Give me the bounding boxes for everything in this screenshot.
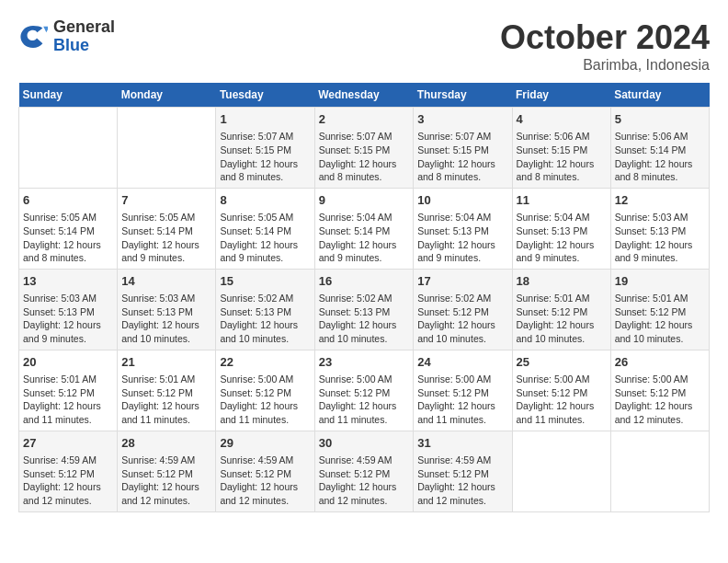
calendar-cell <box>610 431 709 511</box>
day-content: Sunrise: 5:04 AM Sunset: 5:14 PM Dayligh… <box>319 211 410 265</box>
day-content: Sunrise: 5:00 AM Sunset: 5:12 PM Dayligh… <box>220 373 310 427</box>
day-number: 18 <box>517 273 607 290</box>
day-content: Sunrise: 5:07 AM Sunset: 5:15 PM Dayligh… <box>220 130 310 184</box>
day-content: Sunrise: 4:59 AM Sunset: 5:12 PM Dayligh… <box>319 454 410 508</box>
day-number: 27 <box>23 435 113 452</box>
day-number: 31 <box>417 435 507 452</box>
day-number: 25 <box>517 354 607 371</box>
day-number: 30 <box>319 435 410 452</box>
calendar-cell: 26Sunrise: 5:00 AM Sunset: 5:12 PM Dayli… <box>610 350 709 431</box>
location: Barimba, Indonesia <box>500 57 710 74</box>
day-number: 6 <box>23 192 113 209</box>
header-tuesday: Tuesday <box>216 83 314 108</box>
header-friday: Friday <box>512 83 610 108</box>
week-row-4: 27Sunrise: 4:59 AM Sunset: 5:12 PM Dayli… <box>19 431 710 511</box>
day-content: Sunrise: 5:02 AM Sunset: 5:13 PM Dayligh… <box>319 292 410 346</box>
calendar-cell: 25Sunrise: 5:00 AM Sunset: 5:12 PM Dayli… <box>512 350 610 431</box>
day-number: 13 <box>23 273 113 290</box>
calendar-cell: 8Sunrise: 5:05 AM Sunset: 5:14 PM Daylig… <box>216 188 314 269</box>
calendar-cell: 24Sunrise: 5:00 AM Sunset: 5:12 PM Dayli… <box>414 350 512 431</box>
header-wednesday: Wednesday <box>314 83 414 108</box>
day-content: Sunrise: 5:00 AM Sunset: 5:12 PM Dayligh… <box>615 373 705 427</box>
calendar-cell: 28Sunrise: 4:59 AM Sunset: 5:12 PM Dayli… <box>118 431 216 511</box>
calendar-cell: 14Sunrise: 5:03 AM Sunset: 5:13 PM Dayli… <box>118 269 216 350</box>
week-row-3: 20Sunrise: 5:01 AM Sunset: 5:12 PM Dayli… <box>19 350 710 431</box>
day-content: Sunrise: 5:04 AM Sunset: 5:13 PM Dayligh… <box>517 211 607 265</box>
day-content: Sunrise: 5:00 AM Sunset: 5:12 PM Dayligh… <box>417 373 507 427</box>
week-row-0: 1Sunrise: 5:07 AM Sunset: 5:15 PM Daylig… <box>19 108 710 189</box>
header-monday: Monday <box>118 83 216 108</box>
day-content: Sunrise: 5:00 AM Sunset: 5:12 PM Dayligh… <box>319 373 410 427</box>
day-content: Sunrise: 5:05 AM Sunset: 5:14 PM Dayligh… <box>121 211 211 265</box>
month-year: October 2024 <box>500 18 710 57</box>
day-number: 15 <box>220 273 310 290</box>
day-content: Sunrise: 5:07 AM Sunset: 5:15 PM Dayligh… <box>417 130 507 184</box>
day-content: Sunrise: 5:07 AM Sunset: 5:15 PM Dayligh… <box>319 130 410 184</box>
week-row-1: 6Sunrise: 5:05 AM Sunset: 5:14 PM Daylig… <box>19 188 710 269</box>
day-content: Sunrise: 5:02 AM Sunset: 5:13 PM Dayligh… <box>220 292 310 346</box>
day-number: 20 <box>23 354 113 371</box>
calendar-cell: 10Sunrise: 5:04 AM Sunset: 5:13 PM Dayli… <box>414 188 512 269</box>
day-content: Sunrise: 5:06 AM Sunset: 5:15 PM Dayligh… <box>517 130 607 184</box>
header-row: SundayMondayTuesdayWednesdayThursdayFrid… <box>19 83 710 108</box>
day-content: Sunrise: 5:03 AM Sunset: 5:13 PM Dayligh… <box>23 292 113 346</box>
svg-marker-0 <box>43 27 48 32</box>
calendar-cell: 3Sunrise: 5:07 AM Sunset: 5:15 PM Daylig… <box>414 108 512 189</box>
calendar-cell: 21Sunrise: 5:01 AM Sunset: 5:12 PM Dayli… <box>118 350 216 431</box>
day-number: 16 <box>319 273 410 290</box>
day-content: Sunrise: 5:04 AM Sunset: 5:13 PM Dayligh… <box>417 211 507 265</box>
header-sunday: Sunday <box>19 83 118 108</box>
logo-icon <box>18 22 48 52</box>
calendar-cell: 16Sunrise: 5:02 AM Sunset: 5:13 PM Dayli… <box>314 269 414 350</box>
day-number: 2 <box>319 111 410 128</box>
day-content: Sunrise: 5:02 AM Sunset: 5:12 PM Dayligh… <box>417 292 507 346</box>
header-saturday: Saturday <box>610 83 709 108</box>
day-content: Sunrise: 5:05 AM Sunset: 5:14 PM Dayligh… <box>23 211 113 265</box>
calendar-cell: 7Sunrise: 5:05 AM Sunset: 5:14 PM Daylig… <box>118 188 216 269</box>
logo: General Blue <box>18 18 115 55</box>
day-content: Sunrise: 5:01 AM Sunset: 5:12 PM Dayligh… <box>121 373 211 427</box>
calendar-cell: 2Sunrise: 5:07 AM Sunset: 5:15 PM Daylig… <box>314 108 414 189</box>
calendar-cell: 29Sunrise: 4:59 AM Sunset: 5:12 PM Dayli… <box>216 431 314 511</box>
day-number: 1 <box>220 111 310 128</box>
day-number: 7 <box>121 192 211 209</box>
day-number: 24 <box>417 354 507 371</box>
day-number: 17 <box>417 273 507 290</box>
calendar-cell: 13Sunrise: 5:03 AM Sunset: 5:13 PM Dayli… <box>19 269 118 350</box>
day-number: 23 <box>319 354 410 371</box>
day-content: Sunrise: 5:05 AM Sunset: 5:14 PM Dayligh… <box>220 211 310 265</box>
day-number: 5 <box>615 111 705 128</box>
day-number: 12 <box>615 192 705 209</box>
day-number: 22 <box>220 354 310 371</box>
day-number: 19 <box>615 273 705 290</box>
calendar-cell: 20Sunrise: 5:01 AM Sunset: 5:12 PM Dayli… <box>19 350 118 431</box>
day-content: Sunrise: 5:06 AM Sunset: 5:14 PM Dayligh… <box>615 130 705 184</box>
day-number: 26 <box>615 354 705 371</box>
day-number: 8 <box>220 192 310 209</box>
day-content: Sunrise: 4:59 AM Sunset: 5:12 PM Dayligh… <box>23 454 113 508</box>
day-content: Sunrise: 5:03 AM Sunset: 5:13 PM Dayligh… <box>615 211 705 265</box>
calendar-cell: 23Sunrise: 5:00 AM Sunset: 5:12 PM Dayli… <box>314 350 414 431</box>
calendar-cell: 31Sunrise: 4:59 AM Sunset: 5:12 PM Dayli… <box>414 431 512 511</box>
calendar-cell: 17Sunrise: 5:02 AM Sunset: 5:12 PM Dayli… <box>414 269 512 350</box>
day-number: 3 <box>417 111 507 128</box>
day-number: 29 <box>220 435 310 452</box>
calendar-cell: 27Sunrise: 4:59 AM Sunset: 5:12 PM Dayli… <box>19 431 118 511</box>
calendar-cell: 30Sunrise: 4:59 AM Sunset: 5:12 PM Dayli… <box>314 431 414 511</box>
logo-text: General Blue <box>53 18 115 55</box>
day-number: 11 <box>517 192 607 209</box>
day-content: Sunrise: 5:01 AM Sunset: 5:12 PM Dayligh… <box>615 292 705 346</box>
day-content: Sunrise: 4:59 AM Sunset: 5:12 PM Dayligh… <box>417 454 507 508</box>
day-content: Sunrise: 5:00 AM Sunset: 5:12 PM Dayligh… <box>517 373 607 427</box>
calendar-cell: 18Sunrise: 5:01 AM Sunset: 5:12 PM Dayli… <box>512 269 610 350</box>
header-thursday: Thursday <box>414 83 512 108</box>
calendar-cell: 22Sunrise: 5:00 AM Sunset: 5:12 PM Dayli… <box>216 350 314 431</box>
calendar-cell: 19Sunrise: 5:01 AM Sunset: 5:12 PM Dayli… <box>610 269 709 350</box>
calendar-cell: 4Sunrise: 5:06 AM Sunset: 5:15 PM Daylig… <box>512 108 610 189</box>
day-number: 10 <box>417 192 507 209</box>
calendar-cell: 11Sunrise: 5:04 AM Sunset: 5:13 PM Dayli… <box>512 188 610 269</box>
day-number: 4 <box>517 111 607 128</box>
day-number: 21 <box>121 354 211 371</box>
day-content: Sunrise: 4:59 AM Sunset: 5:12 PM Dayligh… <box>220 454 310 508</box>
day-number: 28 <box>121 435 211 452</box>
